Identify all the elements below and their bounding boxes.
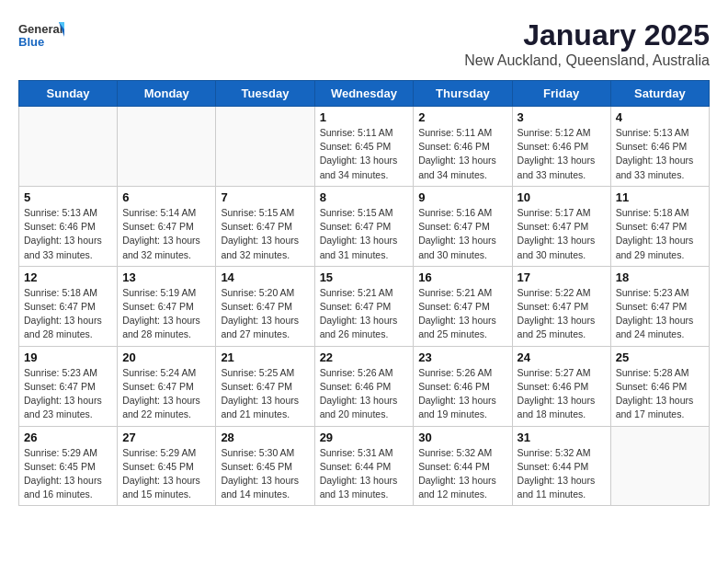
col-tuesday: Tuesday [216,81,314,107]
day-info: Sunrise: 5:29 AMSunset: 6:45 PMDaylight:… [24,446,112,502]
table-row: 9Sunrise: 5:16 AMSunset: 6:47 PMDaylight… [414,186,512,266]
day-number: 9 [418,190,506,204]
table-row: 3Sunrise: 5:12 AMSunset: 6:46 PMDaylight… [512,107,610,187]
table-row: 4Sunrise: 5:13 AMSunset: 6:46 PMDaylight… [610,107,709,187]
title-block: January 2025 New Auckland, Queensland, A… [464,18,710,69]
day-info: Sunrise: 5:30 AMSunset: 6:45 PMDaylight:… [221,446,309,502]
day-number: 10 [518,190,606,204]
table-row: 6Sunrise: 5:14 AMSunset: 6:47 PMDaylight… [118,186,216,266]
day-info: Sunrise: 5:31 AMSunset: 6:44 PMDaylight:… [320,446,409,502]
table-row: 7Sunrise: 5:15 AMSunset: 6:47 PMDaylight… [216,186,314,266]
day-number: 5 [24,190,112,204]
day-info: Sunrise: 5:22 AMSunset: 6:47 PMDaylight:… [518,286,606,342]
day-number: 30 [418,431,506,444]
day-number: 22 [320,350,409,364]
table-row: 12Sunrise: 5:18 AMSunset: 6:47 PMDayligh… [19,266,118,346]
day-number: 24 [518,350,606,364]
day-info: Sunrise: 5:28 AMSunset: 6:46 PMDaylight:… [616,366,704,422]
day-number: 18 [616,270,704,284]
col-wednesday: Wednesday [314,81,414,107]
day-info: Sunrise: 5:23 AMSunset: 6:47 PMDaylight:… [24,366,112,422]
table-row [118,107,216,187]
day-number: 15 [320,270,409,284]
day-info: Sunrise: 5:25 AMSunset: 6:47 PMDaylight:… [221,366,309,422]
day-number: 19 [24,350,112,364]
day-number: 8 [320,190,409,204]
day-info: Sunrise: 5:13 AMSunset: 6:46 PMDaylight:… [24,206,112,262]
logo-icon: General Blue [18,18,64,55]
day-info: Sunrise: 5:19 AMSunset: 6:47 PMDaylight:… [122,286,210,342]
day-info: Sunrise: 5:11 AMSunset: 6:46 PMDaylight:… [418,126,506,182]
table-row: 22Sunrise: 5:26 AMSunset: 6:46 PMDayligh… [314,346,414,426]
table-row: 1Sunrise: 5:11 AMSunset: 6:45 PMDaylight… [314,107,414,187]
calendar-week-row: 1Sunrise: 5:11 AMSunset: 6:45 PMDaylight… [19,107,710,187]
table-row [216,107,314,187]
day-info: Sunrise: 5:26 AMSunset: 6:46 PMDaylight:… [320,366,409,422]
table-row: 29Sunrise: 5:31 AMSunset: 6:44 PMDayligh… [314,426,414,506]
day-number: 1 [320,110,409,124]
day-info: Sunrise: 5:29 AMSunset: 6:45 PMDaylight:… [122,446,210,502]
day-number: 6 [122,190,210,204]
table-row: 30Sunrise: 5:32 AMSunset: 6:44 PMDayligh… [414,426,512,506]
table-row: 16Sunrise: 5:21 AMSunset: 6:47 PMDayligh… [414,266,512,346]
table-row: 15Sunrise: 5:21 AMSunset: 6:47 PMDayligh… [314,266,414,346]
logo: General Blue [18,18,64,55]
day-info: Sunrise: 5:21 AMSunset: 6:47 PMDaylight:… [418,286,506,342]
table-row: 23Sunrise: 5:26 AMSunset: 6:46 PMDayligh… [414,346,512,426]
svg-text:General: General [18,22,63,36]
table-row: 27Sunrise: 5:29 AMSunset: 6:45 PMDayligh… [118,426,216,506]
col-thursday: Thursday [414,81,512,107]
day-info: Sunrise: 5:12 AMSunset: 6:46 PMDaylight:… [518,126,606,182]
day-number: 3 [518,110,606,124]
table-row [19,107,118,187]
day-info: Sunrise: 5:16 AMSunset: 6:47 PMDaylight:… [418,206,506,262]
day-number: 28 [221,431,309,444]
calendar-week-row: 5Sunrise: 5:13 AMSunset: 6:46 PMDaylight… [19,186,710,266]
day-number: 7 [221,190,309,204]
day-info: Sunrise: 5:13 AMSunset: 6:46 PMDaylight:… [616,126,704,182]
day-info: Sunrise: 5:11 AMSunset: 6:45 PMDaylight:… [320,126,409,182]
day-number: 2 [418,110,506,124]
day-info: Sunrise: 5:17 AMSunset: 6:47 PMDaylight:… [518,206,606,262]
table-row: 25Sunrise: 5:28 AMSunset: 6:46 PMDayligh… [610,346,709,426]
table-row: 24Sunrise: 5:27 AMSunset: 6:46 PMDayligh… [512,346,610,426]
day-number: 13 [122,270,210,284]
day-number: 12 [24,270,112,284]
table-row: 11Sunrise: 5:18 AMSunset: 6:47 PMDayligh… [610,186,709,266]
table-row: 10Sunrise: 5:17 AMSunset: 6:47 PMDayligh… [512,186,610,266]
table-row [610,426,709,506]
table-row: 20Sunrise: 5:24 AMSunset: 6:47 PMDayligh… [118,346,216,426]
day-number: 11 [616,190,704,204]
day-info: Sunrise: 5:18 AMSunset: 6:47 PMDaylight:… [24,286,112,342]
page-title: January 2025 [464,18,710,52]
day-info: Sunrise: 5:15 AMSunset: 6:47 PMDaylight:… [320,206,409,262]
page-header: General Blue January 2025 New Auckland, … [18,18,710,69]
day-number: 26 [24,431,112,444]
day-number: 27 [122,431,210,444]
day-info: Sunrise: 5:24 AMSunset: 6:47 PMDaylight:… [122,366,210,422]
calendar-week-row: 26Sunrise: 5:29 AMSunset: 6:45 PMDayligh… [19,426,710,506]
table-row: 26Sunrise: 5:29 AMSunset: 6:45 PMDayligh… [19,426,118,506]
day-number: 25 [616,350,704,364]
col-saturday: Saturday [610,81,709,107]
day-info: Sunrise: 5:14 AMSunset: 6:47 PMDaylight:… [122,206,210,262]
day-info: Sunrise: 5:20 AMSunset: 6:47 PMDaylight:… [221,286,309,342]
day-info: Sunrise: 5:32 AMSunset: 6:44 PMDaylight:… [518,446,606,502]
svg-text:Blue: Blue [18,35,44,49]
table-row: 13Sunrise: 5:19 AMSunset: 6:47 PMDayligh… [118,266,216,346]
table-row: 19Sunrise: 5:23 AMSunset: 6:47 PMDayligh… [19,346,118,426]
col-monday: Monday [118,81,216,107]
table-row: 5Sunrise: 5:13 AMSunset: 6:46 PMDaylight… [19,186,118,266]
day-info: Sunrise: 5:27 AMSunset: 6:46 PMDaylight:… [518,366,606,422]
table-row: 17Sunrise: 5:22 AMSunset: 6:47 PMDayligh… [512,266,610,346]
day-number: 14 [221,270,309,284]
table-row: 18Sunrise: 5:23 AMSunset: 6:47 PMDayligh… [610,266,709,346]
table-row: 28Sunrise: 5:30 AMSunset: 6:45 PMDayligh… [216,426,314,506]
page-subtitle: New Auckland, Queensland, Australia [464,52,710,69]
day-info: Sunrise: 5:23 AMSunset: 6:47 PMDaylight:… [616,286,704,342]
calendar-header-row: Sunday Monday Tuesday Wednesday Thursday… [19,81,710,107]
day-info: Sunrise: 5:15 AMSunset: 6:47 PMDaylight:… [221,206,309,262]
day-info: Sunrise: 5:26 AMSunset: 6:46 PMDaylight:… [418,366,506,422]
day-number: 17 [518,270,606,284]
table-row: 2Sunrise: 5:11 AMSunset: 6:46 PMDaylight… [414,107,512,187]
